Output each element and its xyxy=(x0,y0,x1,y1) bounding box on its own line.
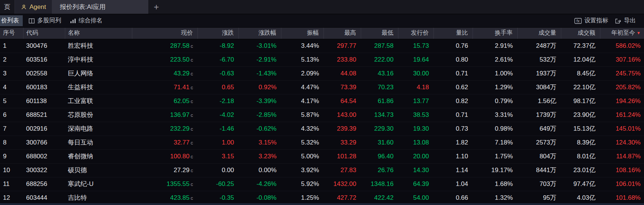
cell-code: 688256 xyxy=(23,177,65,191)
cell-volume: 649万 xyxy=(517,122,561,136)
cell-amount: 15.13亿 xyxy=(561,122,600,136)
sort-desc-icon: ▼ xyxy=(637,31,641,35)
table-row[interactable]: 4600183生益科技71.41c0.650.92%4.47%73.3970.2… xyxy=(0,80,644,94)
multi-stock-view-button[interactable]: 多股同列 xyxy=(29,17,61,25)
cell-seq: 1 xyxy=(0,39,23,53)
table-row[interactable]: 10300322硕贝德27.29c0.000.00%3.92%27.8326.7… xyxy=(0,163,644,177)
column-header-high[interactable]: 最高 xyxy=(323,28,361,39)
price-flag: c xyxy=(191,99,193,104)
cell-low: 1348.16 xyxy=(361,177,398,191)
table-row[interactable]: 11688256寒武纪-U1355.55c-60.25-4.26%5.92%14… xyxy=(0,177,644,191)
horizontal-scrollbar[interactable] xyxy=(0,203,644,205)
cell-issue: 4.18 xyxy=(398,80,433,94)
cell-change_pct: -3.39% xyxy=(239,94,281,108)
ranking-view-label: 综合排名 xyxy=(79,17,102,25)
cell-seq: 12 xyxy=(0,191,23,205)
cell-high: 44.08 xyxy=(323,66,361,80)
tab-agent[interactable]: Agent xyxy=(15,0,52,14)
ranking-view-button[interactable]: 综合排名 xyxy=(70,17,102,25)
cell-change: -8.92 xyxy=(198,39,239,53)
cell-price: 100.80c xyxy=(132,149,198,163)
cell-amplitude: 4.32% xyxy=(281,122,323,136)
cell-volume: 703万 xyxy=(517,177,561,191)
cell-change_pct: 3.23% xyxy=(239,149,281,163)
cell-name: 寒武纪-U xyxy=(65,177,132,191)
cell-seq: 2 xyxy=(0,53,23,66)
cell-amount: 8.01亿 xyxy=(561,149,600,163)
cell-high: 73.39 xyxy=(323,80,361,94)
cell-name: 淳中科技 xyxy=(65,53,132,66)
column-header-seq[interactable]: 序号 xyxy=(0,28,23,39)
cell-ytd: 114.87% xyxy=(600,149,644,163)
new-tab-button[interactable]: + xyxy=(148,0,164,14)
cell-change: 1.00 xyxy=(198,136,239,149)
cell-low: 96.40 xyxy=(361,149,398,163)
cell-amplitude: 5.87% xyxy=(281,108,323,122)
set-indicator-label: 设置指标 xyxy=(584,17,608,25)
cell-code: 603444 xyxy=(23,191,65,205)
cell-amplitude: 5.00% xyxy=(281,149,323,163)
price-flag: c xyxy=(191,195,193,201)
column-header-turnover[interactable]: 换手率 xyxy=(473,28,517,39)
cell-low: 43.16 xyxy=(361,66,398,80)
column-header-low[interactable]: 最低 xyxy=(361,28,398,39)
cell-low: 31.60 xyxy=(361,136,398,149)
cell-ytd: 161.24% xyxy=(600,108,644,122)
table-row[interactable]: 1300476胜宏科技287.58c-8.92-3.01%3.44%297.77… xyxy=(0,39,644,53)
tab-quote-list[interactable]: 报价列表:AI应用 xyxy=(52,0,148,14)
cell-seq: 11 xyxy=(0,177,23,191)
column-header-change_pct[interactable]: 涨跌幅 xyxy=(239,28,281,39)
column-header-code[interactable]: 代码 xyxy=(23,28,65,39)
cell-code: 600183 xyxy=(23,80,65,94)
cell-name: 巨人网络 xyxy=(65,66,132,80)
tab-home[interactable]: 页 xyxy=(0,0,15,14)
table-row[interactable]: 6688521芯原股份136.97c-4.02-2.85%5.87%143.00… xyxy=(0,108,644,122)
column-header-volume[interactable]: 成交量 xyxy=(517,28,561,39)
cell-high: 239.39 xyxy=(323,122,361,136)
cell-change: -4.02 xyxy=(198,108,239,122)
table-row[interactable]: 8300766每日互动32.77c1.003.15%5.32%33.2931.6… xyxy=(0,136,644,149)
column-header-vol_ratio[interactable]: 量比 xyxy=(433,28,473,39)
cell-high: 33.29 xyxy=(323,136,361,149)
cell-turnover: 19.17% xyxy=(473,163,517,177)
tab-agent-label: Agent xyxy=(29,3,46,11)
toolbar: 价列表 多股同列 综合排名 xyxy=(0,14,644,28)
cell-vol_ratio: 0.76 xyxy=(433,39,473,53)
cell-vol_ratio: 1.82 xyxy=(433,136,473,149)
column-header-amount[interactable]: 成交额 xyxy=(561,28,600,39)
column-header-ytd[interactable]: 年初至今▼ xyxy=(600,28,644,39)
cell-high: 101.28 xyxy=(323,149,361,163)
table-row[interactable]: 7002916深南电路232.29c-1.46-0.62%4.32%239.39… xyxy=(0,122,644,136)
cell-seq: 10 xyxy=(0,163,23,177)
column-header-amplitude[interactable]: 振幅 xyxy=(281,28,323,39)
cell-amplitude: 5.13% xyxy=(281,53,323,66)
cell-amount: 12.04亿 xyxy=(561,53,600,66)
quote-list-view-button[interactable]: 价列表 xyxy=(0,15,23,26)
table-row[interactable]: 5601138工业富联62.05c-2.18-3.39%4.17%64.5461… xyxy=(0,94,644,108)
cell-change: 0.00 xyxy=(198,163,239,177)
cell-high: 297.77 xyxy=(323,39,361,53)
column-header-price[interactable]: 现价 xyxy=(132,28,198,39)
column-header-name[interactable]: 名称 xyxy=(65,28,132,39)
cell-issue: 19.64 xyxy=(398,53,433,66)
cell-vol_ratio: 0.71 xyxy=(433,66,473,80)
cell-vol_ratio: 0.71 xyxy=(433,108,473,122)
table-row[interactable]: 3002558巨人网络43.29c-0.63-1.43%2.09%44.0843… xyxy=(0,66,644,80)
table-row[interactable]: 9688002睿创微纳100.80c3.153.23%5.00%101.2896… xyxy=(0,149,644,163)
table-row[interactable]: 2603516淳中科技223.50c-6.70-2.91%5.13%233.80… xyxy=(0,53,644,66)
set-indicator-button[interactable]: fx 设置指标 xyxy=(574,17,608,25)
column-header-change[interactable]: 涨跌 xyxy=(198,28,239,39)
cell-turnover: 7.18% xyxy=(473,136,517,149)
cell-high: 233.80 xyxy=(323,53,361,66)
cell-vol_ratio: 1.04 xyxy=(433,177,473,191)
table-row[interactable]: 12603444吉比特423.85c-0.35-0.08%1.25%427.72… xyxy=(0,191,644,205)
cell-vol_ratio: 0.73 xyxy=(433,122,473,136)
price-flag: c xyxy=(191,181,193,187)
cell-volume: 1739万 xyxy=(517,108,561,122)
export-icon xyxy=(615,18,621,24)
cell-seq: 7 xyxy=(0,122,23,136)
column-header-issue[interactable]: 发行价 xyxy=(398,28,433,39)
cell-ytd: 205.82% xyxy=(600,80,644,94)
cell-change_pct: -0.62% xyxy=(239,122,281,136)
export-button[interactable]: 导出 xyxy=(615,17,636,25)
